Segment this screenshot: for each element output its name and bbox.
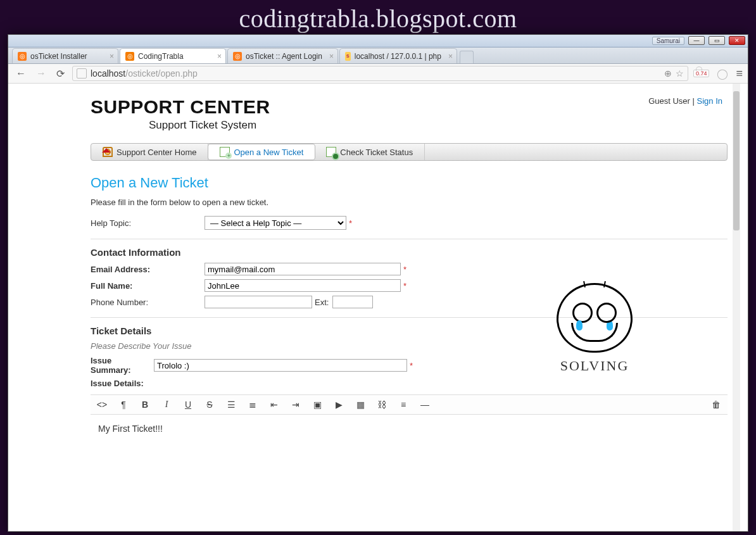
site-logo: SUPPORT CENTER Support Ticket System <box>91 87 728 132</box>
logo-main: SUPPORT CENTER <box>91 98 728 116</box>
required-marker: * <box>403 281 406 291</box>
page-title: Open a New Ticket <box>91 175 728 191</box>
underline-button[interactable]: U <box>182 400 194 410</box>
close-button[interactable]: ✕ <box>729 36 745 45</box>
forward-button[interactable]: → <box>34 66 49 80</box>
url-host: localhost <box>91 68 125 79</box>
italic-button[interactable]: I <box>160 400 173 410</box>
phpmyadmin-icon <box>345 52 351 61</box>
summary-input[interactable] <box>154 359 407 372</box>
video-button[interactable]: ▶ <box>332 400 345 410</box>
editor-body[interactable]: My First Ticket!!! <box>91 415 728 510</box>
page-viewport: Guest User | Sign In SUPPORT CENTER Supp… <box>8 84 740 531</box>
browser-tabstrip: osTicket Installer × CodingTrabla × osTi… <box>8 47 748 64</box>
status-icon <box>326 147 336 157</box>
instructions: Please fill in the form below to open a … <box>91 198 728 207</box>
nav-label: Support Center Home <box>117 148 196 157</box>
minimize-button[interactable]: — <box>688 36 705 45</box>
phone-label: Phone Number: <box>91 298 205 307</box>
fullname-input[interactable] <box>205 279 401 292</box>
back-button[interactable]: ← <box>13 66 28 80</box>
required-marker: * <box>410 361 413 370</box>
rich-text-editor: <> ¶ B I U S ☰ ≣ ⇤ ⇥ ▣ ▶ ▦ ⛓ ≡ <box>91 394 728 510</box>
nav-home[interactable]: Support Center Home <box>91 144 208 160</box>
strike-button[interactable]: S <box>203 400 216 410</box>
link-button[interactable]: ⛓ <box>375 400 388 410</box>
ext-label: Ext: <box>315 298 329 307</box>
summary-label: Issue Summary: <box>91 356 154 375</box>
zoom-icon[interactable]: ⊕ <box>664 68 672 79</box>
address-bar: ← → ⟳ localhost /osticket/open.php ⊕ 0.7… <box>8 64 748 84</box>
extension-badge[interactable]: 0.74 <box>693 70 710 77</box>
tab-phpmyadmin[interactable]: localhost / 127.0.0.1 | php × <box>339 48 457 63</box>
nav-open-ticket[interactable]: Open a New Ticket <box>208 144 315 160</box>
image-button[interactable]: ▣ <box>311 400 324 410</box>
ordered-list-button[interactable]: ≣ <box>246 400 259 410</box>
required-marker: * <box>403 265 406 274</box>
clear-button[interactable]: 🗑 <box>710 400 722 410</box>
home-icon <box>103 147 113 157</box>
unordered-list-button[interactable]: ☰ <box>225 400 237 410</box>
indent-button[interactable]: ⇥ <box>289 400 302 410</box>
html-view-button[interactable]: <> <box>96 400 108 410</box>
row-help-topic: Help Topic: — Select a Help Topic — * <box>91 216 728 230</box>
reload-button[interactable]: ⟳ <box>54 66 67 81</box>
outdent-button[interactable]: ⇤ <box>268 400 280 410</box>
close-icon[interactable]: × <box>329 52 334 61</box>
page-icon <box>77 68 87 79</box>
close-icon[interactable]: × <box>110 52 114 61</box>
nav-menu: Support Center Home Open a New Ticket Ch… <box>91 143 728 161</box>
menu-button[interactable]: ≡ <box>736 67 743 80</box>
url-path: /osticket/open.php <box>125 68 198 79</box>
hr-button[interactable]: — <box>419 400 431 410</box>
window-titlebar: Samurai — ▭ ✕ <box>8 35 748 47</box>
bold-button[interactable]: B <box>139 400 151 410</box>
meme-overlay: SOLVING <box>557 283 633 374</box>
new-tab-button[interactable] <box>460 51 474 63</box>
tab-agent-login[interactable]: osTicket :: Agent Login × <box>227 48 338 63</box>
url-input[interactable]: localhost /osticket/open.php ⊕ <box>72 66 688 81</box>
editor-toolbar: <> ¶ B I U S ☰ ≣ ⇤ ⇥ ▣ ▶ ▦ ⛓ ≡ <box>91 394 728 415</box>
blogger-icon <box>125 52 134 61</box>
tab-label: osTicket :: Agent Login <box>246 52 322 61</box>
paragraph-button[interactable]: ¶ <box>117 400 130 410</box>
table-button[interactable]: ▦ <box>354 400 367 410</box>
details-label: Issue Details: <box>91 379 205 388</box>
app-badge: Samurai <box>652 37 684 45</box>
meme-label: SOLVING <box>557 358 633 374</box>
required-marker: * <box>349 218 352 228</box>
tab-label: osTicket Installer <box>30 52 87 61</box>
tab-label: localhost / 127.0.0.1 | php <box>355 52 441 61</box>
meme-face-icon <box>557 283 633 353</box>
logo-sub: Support Ticket System <box>91 119 728 132</box>
tab-osticket-installer[interactable]: osTicket Installer × <box>12 48 118 63</box>
ext-input[interactable] <box>332 296 373 308</box>
nav-label: Open a New Ticket <box>234 148 303 157</box>
guest-label: Guest User <box>648 96 690 106</box>
align-button[interactable]: ≡ <box>397 400 410 410</box>
user-bar: Guest User | Sign In <box>648 96 722 106</box>
phone-input[interactable] <box>205 296 312 308</box>
close-icon[interactable]: × <box>217 52 222 61</box>
maximize-button[interactable]: ▭ <box>709 36 725 45</box>
fullname-label: Full Name: <box>91 281 205 291</box>
contact-heading: Contact Information <box>91 247 728 258</box>
xampp-icon <box>18 52 27 61</box>
email-label: Email Address: <box>91 265 205 274</box>
help-topic-select[interactable]: — Select a Help Topic — <box>205 216 346 230</box>
xampp-icon <box>233 52 242 61</box>
tab-codingtrabla[interactable]: CodingTrabla × <box>120 48 226 63</box>
sign-in-link[interactable]: Sign In <box>697 96 722 106</box>
close-icon[interactable]: × <box>448 52 453 61</box>
blog-title: codingtrabla.blogspot.com <box>0 0 756 35</box>
email-input[interactable] <box>205 263 401 275</box>
bookmark-icon[interactable] <box>676 68 684 79</box>
new-ticket-icon <box>220 147 230 157</box>
help-topic-label: Help Topic: <box>91 218 205 228</box>
nav-check-status[interactable]: Check Ticket Status <box>315 144 425 160</box>
nav-label: Check Ticket Status <box>340 148 413 157</box>
browser-window: Samurai — ▭ ✕ osTicket Installer × Codin… <box>8 34 748 532</box>
profile-icon[interactable]: ◯ <box>714 66 731 81</box>
tab-label: CodingTrabla <box>138 52 184 61</box>
